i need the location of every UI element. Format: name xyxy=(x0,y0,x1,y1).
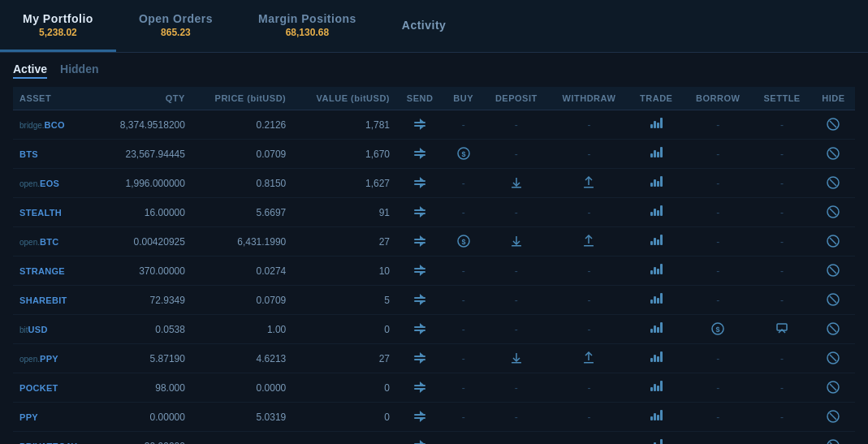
send-icon[interactable] xyxy=(412,175,428,191)
asset-name[interactable]: BTS xyxy=(19,149,38,159)
hide-cell xyxy=(812,140,855,169)
tab-active[interactable]: Active xyxy=(13,63,47,79)
withdraw-icon[interactable] xyxy=(581,175,597,191)
dash-indicator: - xyxy=(462,412,465,423)
table-row: SHAREBIT 72.9349 0.0709 5 - - - - - xyxy=(13,286,855,315)
asset-name[interactable]: STRANGE xyxy=(19,266,65,276)
send-icon[interactable] xyxy=(412,116,428,132)
buy-cell: $ xyxy=(443,140,483,169)
qty-cell: 8,374.9518200 xyxy=(98,110,192,140)
asset-name[interactable]: BTC xyxy=(40,237,59,247)
trade-icon[interactable] xyxy=(649,265,664,276)
send-icon[interactable] xyxy=(412,350,428,366)
trade-icon[interactable] xyxy=(649,206,664,218)
svg-line-23 xyxy=(830,179,836,186)
hide-icon[interactable] xyxy=(825,438,841,444)
trade-icon[interactable] xyxy=(649,148,664,159)
send-icon[interactable] xyxy=(412,379,428,395)
trade-icon[interactable] xyxy=(649,119,664,130)
hide-icon[interactable] xyxy=(825,379,841,395)
asset-name[interactable]: STEALTH xyxy=(19,208,62,218)
send-icon[interactable] xyxy=(412,321,428,337)
buy-cell: - xyxy=(443,198,483,227)
asset-name[interactable]: PPY xyxy=(19,412,38,422)
qty-cell: 0.0538 xyxy=(98,315,192,344)
send-cell xyxy=(396,373,443,403)
hide-icon[interactable] xyxy=(825,145,841,162)
dash-indicator: - xyxy=(716,412,719,423)
asset-name[interactable]: PRIVATECAY xyxy=(19,442,77,445)
svg-point-89 xyxy=(827,440,839,444)
trade-cell xyxy=(628,198,684,227)
buy-icon[interactable]: $ xyxy=(456,145,472,162)
hide-icon[interactable] xyxy=(825,175,841,191)
deposit-cell: - xyxy=(483,286,549,315)
hide-cell xyxy=(812,110,855,140)
tab-hidden[interactable]: Hidden xyxy=(60,63,98,79)
hide-icon[interactable] xyxy=(825,321,841,337)
settle-cell: - xyxy=(752,198,811,227)
trade-icon[interactable] xyxy=(649,411,664,422)
trade-icon[interactable] xyxy=(649,381,664,393)
asset-name[interactable]: SHAREBIT xyxy=(19,295,67,305)
hide-cell xyxy=(812,256,855,286)
price-cell: 0.0000 xyxy=(192,373,292,403)
send-icon[interactable] xyxy=(412,233,428,249)
trade-icon[interactable] xyxy=(649,177,664,188)
borrow-icon[interactable]: $ xyxy=(710,321,726,337)
hide-icon[interactable] xyxy=(825,350,841,366)
trade-icon[interactable] xyxy=(649,440,664,444)
send-icon[interactable] xyxy=(412,145,428,162)
trade-icon[interactable] xyxy=(649,352,664,364)
dash-indicator: - xyxy=(462,178,465,189)
deposit-icon[interactable] xyxy=(508,175,525,191)
portfolio-table: ASSET QTY PRICE (bitUSD) VALUE (bitUSD) … xyxy=(13,87,855,444)
withdraw-icon[interactable] xyxy=(581,233,597,249)
send-icon[interactable] xyxy=(412,204,428,220)
buy-icon[interactable]: $ xyxy=(456,233,472,249)
hide-icon[interactable] xyxy=(825,291,841,308)
dash-indicator: - xyxy=(780,207,784,218)
asset-name[interactable]: POCKET xyxy=(19,383,58,393)
trade-icon[interactable] xyxy=(649,323,664,334)
nav-open-orders[interactable]: Open Orders 865.23 xyxy=(116,0,235,52)
buy-cell: - xyxy=(443,432,483,445)
nav-my-portfolio[interactable]: My Portfolio 5,238.02 xyxy=(0,0,116,52)
nav-activity[interactable]: Activity xyxy=(379,0,469,52)
dash-indicator: - xyxy=(462,119,465,131)
send-cell xyxy=(396,110,443,140)
send-icon[interactable] xyxy=(412,438,428,444)
asset-prefix: open. xyxy=(19,238,40,247)
withdraw-cell: - xyxy=(549,198,628,227)
dash-indicator: - xyxy=(462,353,465,364)
settle-cell: - xyxy=(752,169,811,198)
asset-name[interactable]: EOS xyxy=(40,179,59,188)
deposit-icon[interactable] xyxy=(508,233,525,249)
asset-name[interactable]: PPY xyxy=(40,354,58,364)
withdraw-icon[interactable] xyxy=(581,350,597,366)
hide-icon[interactable] xyxy=(825,262,841,278)
col-value: VALUE (bitUSD) xyxy=(292,87,396,110)
nav-activity-label: Activity xyxy=(402,19,447,32)
send-icon[interactable] xyxy=(412,291,428,308)
asset-cell: STEALTH xyxy=(13,198,98,227)
trade-icon[interactable] xyxy=(649,294,664,305)
hide-icon[interactable] xyxy=(825,116,841,132)
value-cell: 1,627 xyxy=(292,169,396,198)
send-icon[interactable] xyxy=(412,262,428,278)
hide-icon[interactable] xyxy=(825,204,841,220)
nav-open-orders-value: 865.23 xyxy=(161,27,191,38)
hide-icon[interactable] xyxy=(825,408,841,425)
asset-name[interactable]: BCO xyxy=(45,120,65,130)
nav-margin-positions[interactable]: Margin Positions 68,130.68 xyxy=(235,0,379,52)
trade-icon[interactable] xyxy=(649,235,664,247)
asset-name[interactable]: USD xyxy=(28,325,48,334)
withdraw-cell: - xyxy=(549,256,628,286)
deposit-icon[interactable] xyxy=(508,350,525,366)
borrow-cell: - xyxy=(684,140,752,169)
settle-icon[interactable] xyxy=(774,321,790,337)
send-icon[interactable] xyxy=(412,408,428,425)
qty-cell: 0.00420925 xyxy=(98,227,192,256)
svg-marker-66 xyxy=(420,360,425,364)
hide-icon[interactable] xyxy=(825,233,841,249)
